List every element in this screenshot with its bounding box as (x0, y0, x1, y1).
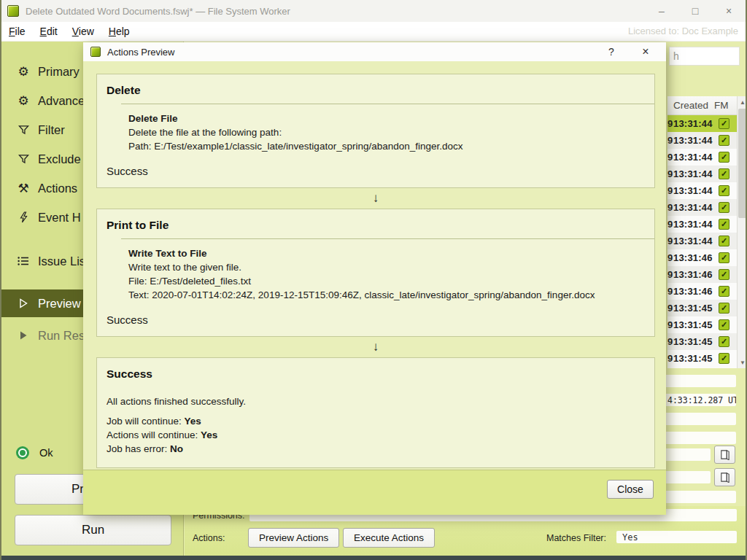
scroll-up-icon[interactable]: ▲ (738, 96, 747, 108)
scrollbar-thumb[interactable] (738, 109, 747, 218)
table-header: Created FM (667, 96, 737, 115)
table-row[interactable]: 9 13:31:44 ✓ (667, 182, 737, 199)
created-time: 13:31:44 (673, 118, 719, 129)
window-title: Delete Outdated Word Documents.fswj* — F… (26, 6, 290, 17)
dialog-close-button[interactable]: Close (607, 480, 654, 499)
table-row[interactable]: 9 13:31:44 ✓ (667, 233, 737, 249)
table-row[interactable]: 9 13:31:44 ✓ (667, 149, 737, 166)
fm-checkbox[interactable]: ✓ (719, 269, 729, 280)
fm-checkbox[interactable]: ✓ (719, 118, 729, 129)
menu-file[interactable]: File (1, 23, 33, 40)
maximize-button[interactable]: □ (678, 0, 712, 22)
action-file: File: E:/Test/deleted_files.txt (128, 274, 645, 288)
search-input[interactable]: h (669, 47, 740, 66)
summary-message: All actions finished successfully. (107, 396, 645, 407)
sidebar-item-label: Filter (38, 123, 65, 137)
action-description: Write text to the given file. (128, 260, 645, 274)
created-time: 13:31:44 (673, 202, 719, 213)
browse-button[interactable] (714, 468, 735, 486)
fm-checkbox[interactable]: ✓ (719, 152, 729, 163)
matches-filter-field[interactable]: Yes (616, 531, 737, 543)
list-icon (16, 254, 31, 268)
table-row[interactable]: 9 13:31:45 ✓ (667, 350, 737, 367)
table-row[interactable]: 9 13:31:45 ✓ (667, 300, 737, 316)
created-date-cut: 9 (667, 319, 673, 330)
table-row[interactable]: 9 13:31:45 ✓ (667, 333, 737, 350)
sidebar-item-label: Issue Lis (38, 254, 85, 268)
column-header-created[interactable]: Created (667, 100, 713, 111)
divider (121, 104, 654, 104)
menu-bar: File Edit View Help Licensed to: Doc Exa… (1, 22, 746, 42)
table-rows: 9 13:31:44 ✓ 9 13:31:44 ✓ 9 13:31:44 ✓ (667, 115, 737, 367)
app-icon (7, 5, 19, 17)
table-row[interactable]: 9 13:31:44 ✓ (667, 132, 737, 149)
browse-button[interactable] (714, 446, 735, 464)
fm-checkbox[interactable]: ✓ (719, 135, 729, 146)
table-row[interactable]: 9 13:31:45 ✓ (667, 316, 737, 333)
execute-actions-button[interactable]: Execute Actions (343, 528, 435, 548)
created-date-cut: 9 (667, 185, 673, 196)
minimize-button[interactable]: – (645, 0, 678, 22)
fm-checkbox[interactable]: ✓ (719, 319, 729, 330)
dialog-close-x-button[interactable]: × (631, 42, 660, 61)
lightning-icon (16, 210, 31, 225)
menu-view[interactable]: View (65, 23, 101, 40)
menu-edit[interactable]: Edit (33, 23, 65, 40)
table-row[interactable]: 9 13:31:44 ✓ (667, 166, 737, 182)
detail-field[interactable] (655, 432, 736, 444)
table-row[interactable]: 9 13:31:44 ✓ (667, 115, 737, 132)
detail-field[interactable] (655, 491, 736, 503)
window-bottom-border (1, 556, 746, 560)
created-date-cut: 9 (667, 202, 673, 213)
action-text: Text: 2020-07-01T14:02:24Z, 2019-12-15T1… (128, 288, 645, 302)
created-time: 13:31:44 (673, 168, 719, 179)
summary-kv-line: Job will continue: Yes (107, 414, 645, 428)
fm-checkbox[interactable]: ✓ (719, 202, 729, 213)
sidebar-item-label: Event H (38, 211, 81, 225)
dialog-help-button[interactable]: ? (597, 42, 626, 61)
created-time: 13:31:44 (673, 185, 719, 196)
preview-actions-button[interactable]: Preview Actions (248, 528, 339, 548)
detail-field[interactable] (655, 413, 736, 425)
created-date-cut: 9 (667, 135, 673, 146)
action-status: Success (107, 165, 645, 177)
actions-preview-dialog: Actions Preview ? × Delete Delete File D… (83, 42, 666, 515)
fm-checkbox[interactable]: ✓ (719, 252, 729, 263)
created-date-cut: 9 (667, 252, 673, 263)
created-date-cut: 9 (667, 219, 673, 230)
open-door-icon (719, 449, 730, 460)
created-time: 13:31:46 (673, 252, 719, 263)
table-scrollbar[interactable]: ▲ ▼ (737, 96, 747, 368)
fm-checkbox[interactable]: ✓ (719, 236, 729, 246)
detail-field[interactable] (655, 375, 736, 387)
scroll-down-icon[interactable]: ▼ (738, 357, 747, 368)
table-row[interactable]: 9 13:31:46 ✓ (667, 266, 737, 283)
fm-checkbox[interactable]: ✓ (719, 286, 729, 297)
window-controls: – □ × (645, 0, 746, 22)
fm-checkbox[interactable]: ✓ (719, 168, 729, 179)
action-description: Delete the file at the following path: (128, 125, 645, 139)
column-header-fm[interactable]: FM (713, 100, 729, 111)
created-time-field[interactable]: 4:33:12.287 UT (655, 394, 736, 406)
table-row[interactable]: 9 13:31:46 ✓ (667, 283, 737, 300)
close-button[interactable]: × (712, 0, 746, 22)
fm-checkbox[interactable]: ✓ (719, 219, 729, 230)
app-window: Delete Outdated Word Documents.fswj* — F… (0, 0, 747, 560)
summary-key-values: Job will continue: Yes Actions will cont… (107, 414, 645, 456)
actions-label: Actions: (193, 533, 225, 543)
down-arrow-icon: ↓ (96, 188, 655, 209)
menu-help[interactable]: Help (101, 23, 137, 40)
table-row[interactable]: 9 13:31:44 ✓ (667, 199, 737, 216)
summary-kv-line: Actions will continue: Yes (107, 428, 645, 442)
sidebar-item-label: Actions (38, 182, 77, 195)
fm-checkbox[interactable]: ✓ (719, 353, 729, 364)
table-row[interactable]: 9 13:31:46 ✓ (667, 249, 737, 266)
play-outline-icon (16, 296, 31, 311)
matches-filter-label: Matches Filter: (546, 533, 606, 543)
fm-checkbox[interactable]: ✓ (719, 185, 729, 196)
action-status: Success (107, 314, 645, 326)
table-row[interactable]: 9 13:31:44 ✓ (667, 216, 737, 233)
fm-checkbox[interactable]: ✓ (719, 336, 729, 347)
fm-checkbox[interactable]: ✓ (719, 303, 729, 314)
run-button[interactable]: Run (15, 515, 171, 545)
